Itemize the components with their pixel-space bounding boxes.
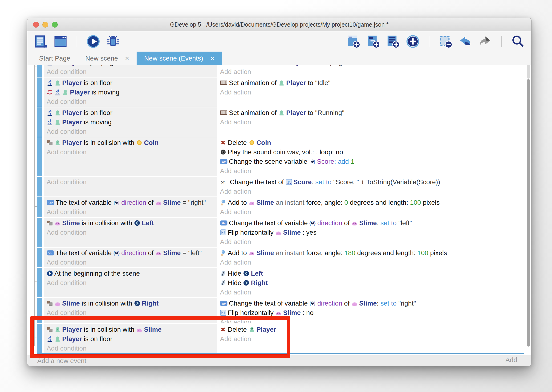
add-action-link[interactable]: Add action (220, 166, 521, 176)
condition-line[interactable]: Player is moving (47, 88, 214, 97)
hide-icon (220, 270, 226, 276)
event-row[interactable]: VarThe text of variable {}direction of S… (37, 197, 524, 217)
add-condition-link[interactable]: Add condition (47, 207, 214, 217)
add-subevent-button[interactable] (366, 35, 380, 48)
event-row[interactable]: Add conditiontxtChange the text of TxSco… (37, 177, 524, 196)
scrollbar-thumb[interactable] (527, 79, 530, 347)
event-handle-bar[interactable] (37, 77, 42, 107)
leftobj-icon (243, 270, 249, 276)
action-line[interactable]: VarChange the scene variable {}Score: ad… (220, 157, 521, 166)
condition-line[interactable]: Slime is in collision with Left (47, 218, 214, 228)
condition-line[interactable]: VarThe text of variable {}direction of S… (47, 198, 214, 207)
debug-button[interactable] (106, 35, 120, 48)
action-line[interactable]: Flip horizontally Slime : yes (220, 228, 521, 237)
event-handle-bar[interactable] (37, 197, 42, 217)
condition-line[interactable]: At the beginning of the scene (47, 269, 214, 278)
event-handle-bar[interactable] (37, 65, 42, 77)
action-line[interactable]: Play the sound coin.wav, vol.: , loop: n… (220, 147, 521, 157)
variable-name: direction (317, 300, 342, 307)
condition-line[interactable]: Slime is in collision with Right (47, 299, 214, 308)
event-handle-bar[interactable] (37, 218, 42, 247)
tab-new-scene[interactable]: New scene × (78, 52, 137, 65)
add-circle-button[interactable] (406, 35, 420, 48)
action-line[interactable]: Set animation of Player to "Idle" (220, 78, 521, 88)
add-condition-link[interactable]: Add condition (47, 97, 214, 106)
event-handle-bar[interactable] (37, 268, 42, 297)
action-line[interactable]: Hide Left (220, 269, 521, 278)
add-action-link[interactable]: Add action (220, 187, 521, 196)
event-handle-bar[interactable] (37, 137, 42, 176)
event-handle-bar[interactable] (37, 248, 42, 267)
add-condition-link[interactable]: Add condition (47, 258, 214, 267)
event-row[interactable]: At the beginning of the sceneAdd conditi… (37, 268, 524, 297)
add-event-button[interactable] (347, 35, 360, 48)
action-line[interactable]: Hide Right (220, 278, 521, 288)
add-condition-link[interactable]: Add condition (47, 228, 214, 237)
tab-start-page[interactable]: Start Page (32, 52, 78, 65)
redo-button[interactable] (478, 35, 492, 48)
add-new-event-button[interactable]: Add a new event (37, 357, 86, 365)
variable-name: direction (317, 219, 342, 227)
text: Add to (228, 199, 249, 206)
action-line[interactable]: Flip horizontally Slime : no (220, 308, 521, 318)
tab-label: New scene (85, 55, 118, 62)
action-line[interactable]: VarChange the text of variable {}directi… (220, 299, 521, 308)
condition-line[interactable]: VarThe text of variable {}direction of S… (47, 248, 214, 258)
object-name: Player (62, 139, 82, 146)
action-line[interactable]: Add to Slime an instant force, angle: 18… (220, 248, 521, 258)
condition-line[interactable]: Player is jumping (47, 65, 214, 67)
add-action-link[interactable]: Add action (220, 237, 521, 247)
close-icon[interactable]: × (125, 55, 129, 62)
action-line[interactable]: Set animation of Player to "Running" (220, 108, 521, 118)
string-value: "Idle" (315, 79, 330, 86)
action-line[interactable]: txtChange the text of TxScore: set to "S… (220, 177, 521, 187)
add-condition-link[interactable]: Add condition (47, 127, 214, 136)
text: Delete (228, 139, 249, 146)
preview-button[interactable] (86, 35, 100, 48)
close-window-button[interactable] (33, 22, 39, 28)
search-button[interactable] (511, 35, 525, 48)
event-row[interactable]: Player is on floorPlayer is movingAdd co… (37, 107, 524, 137)
add-action-link[interactable]: Add action (220, 118, 521, 127)
add-action-link[interactable]: Add action (220, 207, 521, 217)
varstruct-icon: {} (310, 219, 316, 226)
add-comment-button[interactable] (386, 35, 400, 48)
add-action-link[interactable]: Add action (220, 258, 521, 267)
maximize-window-button[interactable] (52, 22, 58, 28)
action-line[interactable]: Set animation of Player to "Jumping" (220, 65, 521, 67)
event-row[interactable]: Player is in collision with CoinAdd cond… (37, 137, 524, 176)
event-row[interactable]: VarThe text of variable {}direction of S… (37, 248, 524, 267)
event-handle-bar[interactable] (37, 107, 42, 137)
tab-new-scene-events[interactable]: New scene (Events) × (137, 52, 222, 65)
minimize-window-button[interactable] (42, 22, 48, 28)
condition-line[interactable]: Player is on floor (47, 78, 214, 88)
add-condition-link[interactable]: Add condition (47, 278, 214, 288)
events-sheet-button[interactable] (34, 35, 48, 48)
object-name: Right (142, 300, 159, 307)
add-condition-link[interactable]: Add condition (47, 177, 214, 187)
add-condition-link[interactable]: Add condition (47, 308, 214, 318)
action-line[interactable]: Add to Slime an instant force, angle: 0 … (220, 198, 521, 207)
add-action-link[interactable]: Add action (220, 88, 521, 97)
action-line[interactable]: Delete Coin (220, 138, 521, 147)
add-condition-link[interactable]: Add condition (47, 147, 214, 157)
add-action-link[interactable]: Add action (220, 288, 521, 297)
event-row[interactable]: Slime is in collision with LeftAdd condi… (37, 218, 524, 247)
action-line[interactable]: VarChange the text of variable {}directi… (220, 218, 521, 228)
scene-editor-button[interactable] (54, 35, 67, 48)
event-row[interactable]: Player is jumpingAdd conditionSet animat… (37, 65, 524, 77)
undo-button[interactable] (458, 35, 472, 48)
conditions-cell: At the beginning of the sceneAdd conditi… (44, 268, 217, 297)
add-condition-link[interactable]: Add condition (47, 67, 214, 77)
add-button[interactable]: Add (505, 356, 517, 364)
event-handle-bar[interactable] (37, 177, 42, 196)
delete-selection-button[interactable] (439, 35, 452, 48)
string-value: "right" (399, 300, 416, 307)
close-icon[interactable]: × (210, 55, 214, 62)
condition-line[interactable]: Player is in collision with Coin (47, 138, 214, 147)
conditions-cell: Player is jumpingAdd condition (44, 65, 217, 77)
event-row[interactable]: Player is on floorPlayer is movingAdd co… (37, 77, 524, 107)
condition-line[interactable]: Player is on floor (47, 108, 214, 118)
condition-line[interactable]: Player is moving (47, 118, 214, 127)
add-action-link[interactable]: Add action (220, 67, 521, 77)
